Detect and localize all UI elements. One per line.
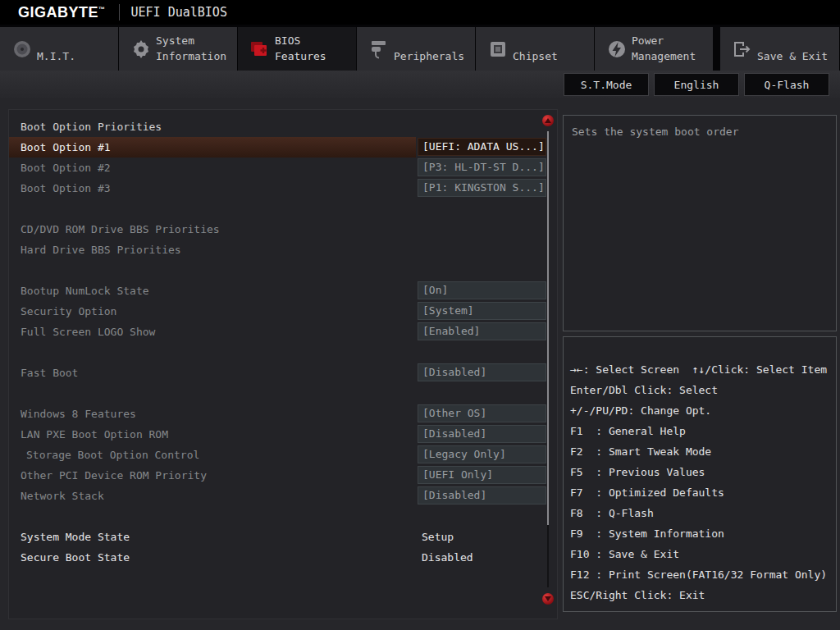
- option-label: CD/DVD ROM Drive BBS Priorities: [9, 223, 220, 235]
- option-label: Boot Option #1: [9, 141, 111, 153]
- option-value[interactable]: [Disabled]: [418, 486, 546, 504]
- key-legend-line: +/-/PU/PD: Change Opt.: [570, 400, 836, 421]
- row-boot-option-3[interactable]: Boot Option #3 [P1: KINGSTON S...]: [9, 178, 557, 199]
- key-legend-line: F7 : Optimized Defaults: [570, 482, 836, 503]
- option-label: System Mode State: [9, 531, 130, 543]
- option-label: Security Option: [9, 305, 116, 317]
- option-value[interactable]: [Disabled]: [418, 363, 546, 381]
- up-arrow-icon: [545, 118, 551, 123]
- settings-panel: Boot Option Priorities Boot Option #1 [U…: [8, 109, 558, 619]
- exit-door-icon: [728, 39, 757, 59]
- option-value[interactable]: [UEFI Only]: [418, 466, 546, 484]
- key-legend-line: F5 : Previous Values: [570, 462, 836, 482]
- tab-label: Peripherals: [394, 32, 464, 66]
- tab-peripherals[interactable]: Peripherals: [357, 27, 475, 71]
- row-lan-pxe-boot-option-rom[interactable]: LAN PXE Boot Option ROM [Disabled]: [9, 424, 557, 445]
- key-legend-line: F8 : Q-Flash: [570, 503, 836, 523]
- q-flash-button[interactable]: Q-Flash: [744, 73, 829, 96]
- row-full-screen-logo-show[interactable]: Full Screen LOGO Show [Enabled]: [9, 322, 557, 342]
- tab-bios-features[interactable]: BIOS Features: [238, 27, 356, 71]
- row-cd-dvd-bbs-priorities[interactable]: CD/DVD ROM Drive BBS Priorities: [9, 219, 557, 240]
- option-value[interactable]: [Legacy Only]: [418, 445, 546, 463]
- key-legend-line: Enter/Dbl Click: Select: [570, 380, 836, 400]
- row-security-option[interactable]: Security Option [System]: [9, 301, 557, 322]
- option-label: Storage Boot Option Control: [9, 449, 199, 461]
- row-network-stack[interactable]: Network Stack [Disabled]: [9, 486, 557, 506]
- tab-label: Power Management: [632, 32, 696, 66]
- key-legend-line: F12 : Print Screen(FAT16/32 Format Only): [570, 564, 836, 585]
- power-bolt-icon: [602, 39, 632, 59]
- option-label: Boot Option #2: [9, 162, 111, 174]
- gear-icon: [126, 39, 156, 59]
- tab-label: M.I.T.: [37, 32, 75, 66]
- tab-save-exit[interactable]: Save & Exit: [720, 27, 839, 71]
- option-value[interactable]: [System]: [418, 302, 546, 320]
- tab-system-information[interactable]: System Information: [119, 27, 237, 71]
- row-hard-drive-bbs-priorities[interactable]: Hard Drive BBS Priorities: [9, 240, 557, 260]
- option-label: Hard Drive BBS Priorities: [9, 244, 181, 256]
- peripherals-device-icon: [364, 39, 394, 60]
- scroll-down-button[interactable]: [542, 593, 554, 605]
- option-label: Windows 8 Features: [9, 408, 136, 420]
- row-boot-option-2[interactable]: Boot Option #2 [P3: HL-DT-ST D...]: [9, 158, 557, 178]
- row-system-mode-state: System Mode State Setup: [9, 527, 557, 547]
- tab-label: Chipset: [513, 32, 558, 66]
- mit-dial-icon: [7, 39, 37, 59]
- option-label: Network Stack: [9, 490, 104, 502]
- key-legend-line: F10 : Save & Exit: [570, 544, 836, 564]
- row-bootup-numlock-state[interactable]: Bootup NumLock State [On]: [9, 281, 557, 301]
- option-label: Bootup NumLock State: [9, 285, 149, 297]
- titlebar-divider: [119, 4, 120, 21]
- tab-label: System Information: [156, 32, 226, 66]
- item-help-panel: Sets the system boot order: [563, 115, 837, 331]
- key-legend-line: F2 : Smart Tweak Mode: [570, 441, 836, 462]
- tab-bar: M.I.T. System Information BIOS Features …: [0, 25, 840, 71]
- down-arrow-icon: [545, 596, 551, 601]
- option-value[interactable]: [Other OS]: [418, 404, 546, 422]
- row-boot-option-1[interactable]: Boot Option #1 [UEFI: ADATA US...]: [9, 137, 557, 158]
- option-label: Fast Boot: [9, 367, 78, 379]
- tab-label: BIOS Features: [275, 32, 326, 66]
- row-storage-boot-option-control[interactable]: Storage Boot Option Control [Legacy Only…: [9, 445, 557, 465]
- option-value: Disabled: [418, 547, 546, 568]
- option-label: Secure Boot State: [9, 551, 130, 564]
- option-value[interactable]: [Enabled]: [418, 322, 546, 340]
- title-bar: GIGABYTE™ UEFI DualBIOS: [0, 0, 840, 25]
- chipset-chip-icon: [483, 39, 513, 59]
- row-secure-boot-state: Secure Boot State Disabled: [9, 547, 557, 568]
- tab-power-management[interactable]: Power Management: [595, 27, 713, 71]
- option-value[interactable]: [P1: KINGSTON S...]: [418, 179, 546, 197]
- row-other-pci-device-rom-priority[interactable]: Other PCI Device ROM Priority [UEFI Only…: [9, 465, 557, 486]
- bios-product-title: UEFI DualBIOS: [131, 5, 227, 20]
- scrollbar-thumb[interactable]: [547, 131, 549, 525]
- option-label: Full Screen LOGO Show: [9, 326, 155, 338]
- option-value[interactable]: [P3: HL-DT-ST D...]: [418, 158, 546, 176]
- row-windows-8-features[interactable]: Windows 8 Features [Other OS]: [9, 404, 557, 424]
- st-mode-button[interactable]: S.T.Mode: [564, 73, 649, 96]
- row-fast-boot[interactable]: Fast Boot [Disabled]: [9, 363, 557, 383]
- key-legend-line: F9 : System Information: [570, 523, 836, 544]
- option-value: Setup: [418, 527, 546, 547]
- tab-label: Save & Exit: [757, 32, 828, 66]
- item-help-text: Sets the system boot order: [572, 126, 739, 138]
- option-label: Other PCI Device ROM Priority: [9, 469, 207, 482]
- key-legend-line: →←: Select Screen ↑↓/Click: Select Item: [570, 359, 836, 380]
- language-button[interactable]: English: [654, 73, 739, 96]
- key-legend-line: ESC/Right Click: Exit: [570, 585, 836, 605]
- scroll-up-button[interactable]: [542, 115, 554, 126]
- bios-folders-icon: [245, 39, 275, 59]
- tab-chipset[interactable]: Chipset: [476, 27, 594, 71]
- option-label: LAN PXE Boot Option ROM: [9, 428, 168, 441]
- trademark-symbol: ™: [98, 6, 106, 13]
- section-title: Boot Option Priorities: [9, 116, 557, 137]
- key-legend-panel: →←: Select Screen ↑↓/Click: Select Item …: [563, 336, 837, 612]
- gigabyte-logo: GIGABYTE™: [18, 4, 106, 21]
- option-value[interactable]: [UEFI: ADATA US...]: [418, 138, 546, 156]
- option-label: Boot Option #3: [9, 182, 111, 194]
- key-legend-line: F1 : General Help: [570, 421, 836, 441]
- tab-mit[interactable]: M.I.T.: [0, 27, 118, 71]
- quick-toolbar: S.T.Mode English Q-Flash: [0, 71, 840, 98]
- option-value[interactable]: [On]: [418, 281, 546, 299]
- option-value[interactable]: [Disabled]: [418, 425, 546, 443]
